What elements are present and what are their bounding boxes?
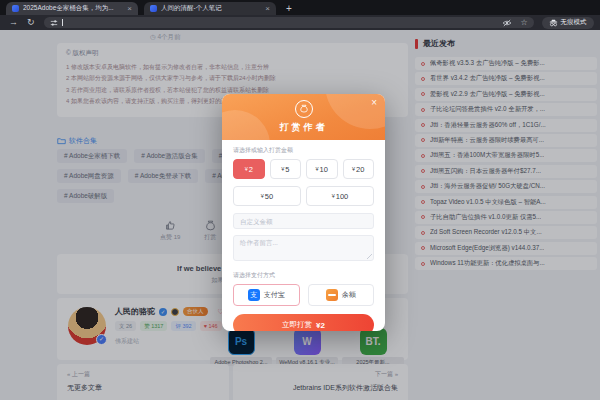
incognito-label: 无痕模式: [561, 18, 587, 27]
tab-close-icon[interactable]: ×: [127, 5, 132, 13]
balance-option[interactable]: 余额: [308, 284, 375, 306]
alipay-option[interactable]: 支 支付宝: [233, 284, 300, 306]
browser-window: 2025Adobe全家桶合集，均为... × 人间的清醒-个人笔记 × + → …: [0, 0, 600, 400]
reload-icon[interactable]: ↻: [27, 18, 35, 27]
incognito-badge[interactable]: 无痕模式: [542, 17, 594, 29]
amount-option-5[interactable]: ¥5: [270, 159, 302, 179]
alipay-icon: 支: [248, 289, 260, 301]
payment-options-row: 支 支付宝 余额: [233, 284, 374, 306]
tab-notes[interactable]: 人间的清醒-个人笔记 ×: [144, 2, 276, 15]
tab-title: 人间的清醒-个人笔记: [161, 4, 261, 13]
incognito-icon: [549, 19, 558, 27]
reward-dialog: × 打赏作者 请选择或输入打赏金额 ¥2 ¥5 ¥10 ¥20 ¥50 ¥100: [222, 94, 385, 331]
close-icon[interactable]: ×: [371, 98, 377, 108]
amount-option-100[interactable]: ¥100: [306, 186, 374, 206]
custom-amount-input[interactable]: [233, 213, 374, 229]
eye-off-icon[interactable]: [502, 19, 512, 27]
message-to-author-input[interactable]: [233, 235, 374, 261]
amount-option-20[interactable]: ¥20: [343, 159, 375, 179]
submit-reward-button[interactable]: 立即打赏¥2: [233, 314, 374, 331]
amount-option-2[interactable]: ¥2: [233, 159, 265, 179]
amount-section-label: 请选择或输入打赏金额: [233, 146, 374, 155]
site-settings-icon[interactable]: [50, 19, 58, 27]
tab-favicon: [150, 5, 157, 12]
tab-title: 2025Adobe全家桶合集，均为...: [23, 4, 123, 13]
payment-section-label: 请选择支付方式: [233, 271, 374, 280]
forward-icon[interactable]: →: [9, 18, 18, 27]
amount-options-row: ¥50 ¥100: [233, 186, 374, 206]
new-tab-button[interactable]: +: [286, 2, 292, 15]
tab-adobe-post[interactable]: 2025Adobe全家桶合集，均为... ×: [6, 2, 138, 15]
tab-bar: 2025Adobe全家桶合集，均为... × 人间的清醒-个人笔记 × +: [0, 0, 600, 15]
dialog-title: 打赏作者: [222, 121, 385, 134]
money-bag-icon: [295, 100, 313, 118]
tab-close-icon[interactable]: ×: [265, 5, 270, 13]
address-bar[interactable]: ☆: [44, 17, 534, 28]
bookmark-star-icon[interactable]: ☆: [520, 19, 527, 27]
text-caret: [62, 19, 63, 26]
reward-dialog-header: × 打赏作者: [222, 94, 385, 140]
amount-option-50[interactable]: ¥50: [233, 186, 301, 206]
tab-favicon: [12, 5, 19, 12]
wallet-icon: [326, 289, 338, 301]
amount-option-10[interactable]: ¥10: [306, 159, 338, 179]
amount-options-row: ¥2 ¥5 ¥10 ¥20: [233, 159, 374, 179]
browser-toolbar: → ↻ ☆: [0, 15, 600, 30]
browser-chrome: 2025Adobe全家桶合集，均为... × 人间的清醒-个人笔记 × + → …: [0, 0, 600, 30]
